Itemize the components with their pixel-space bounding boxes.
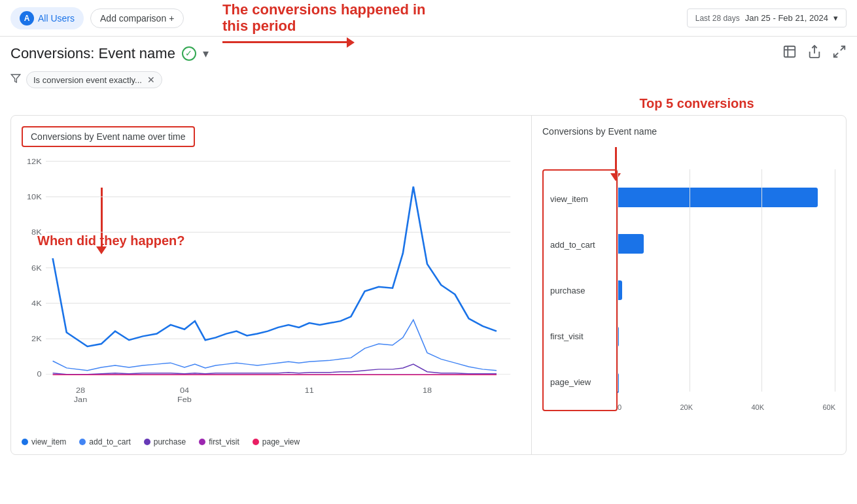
annotation-container: The conversions happened in this period [222, 1, 426, 48]
svg-text:0: 0 [37, 370, 42, 378]
legend-label-add-to-cart: add_to_cart [89, 437, 130, 446]
line-chart: 12K 10K 8K 6K 4K 2K 0 28 Jan 04 Feb 11 1… [11, 155, 531, 409]
filter-chip-text: Is conversion event exactly... [33, 75, 142, 85]
legend-dot-add-to-cart [79, 439, 86, 445]
chart-title: Conversions by Event name over time [22, 126, 195, 147]
svg-text:28: 28 [76, 386, 85, 394]
toolbar-icons [782, 44, 847, 62]
svg-text:Jan: Jan [74, 395, 88, 404]
x-axis-0: 0 [618, 403, 621, 411]
legend-item-add-to-cart: add_to_cart [79, 437, 130, 446]
chart-icon[interactable] [782, 44, 797, 62]
svg-text:2K: 2K [31, 335, 42, 343]
legend-item-purchase: purchase [144, 437, 186, 446]
legend-label-purchase: purchase [154, 437, 186, 446]
legend-label-first-visit: first_visit [209, 437, 239, 446]
bar-fill-add-to-cart [618, 234, 644, 254]
bar-row-add-to-cart [618, 228, 835, 260]
page-title-text: Conversions: Event name [10, 45, 175, 62]
legend-label-page-view: page_view [262, 437, 300, 446]
right-down-arrow-line [615, 147, 617, 173]
avatar: A [20, 11, 34, 25]
date-dropdown-icon: ▾ [833, 13, 838, 23]
date-range-button[interactable]: Last 28 days Jan 25 - Feb 21, 2024 ▾ [687, 8, 847, 27]
bar-fill-page-view [618, 373, 619, 393]
annotation-arrow [222, 37, 355, 48]
svg-marker-6 [11, 75, 20, 82]
legend-item-view-item: view_item [22, 437, 66, 446]
bar-fill-purchase [618, 280, 622, 300]
bars-area: 0 20K 40K 60K [618, 169, 835, 411]
filter-chip-close[interactable]: ✕ [147, 75, 155, 85]
legend-dot-view-item [22, 439, 28, 445]
bar-row-first-visit [618, 321, 835, 352]
filter-chip[interactable]: Is conversion event exactly... ✕ [26, 71, 162, 88]
legend-label-view-item: view_item [31, 437, 66, 446]
svg-rect-0 [784, 46, 796, 58]
bar-row-page-view [618, 367, 835, 399]
x-axis-20k: 20K [680, 403, 693, 411]
filter-icon [10, 73, 21, 86]
left-chart: Conversions by Event name over time When… [11, 116, 532, 454]
svg-text:Feb: Feb [177, 395, 192, 404]
x-axis-60k: 60K [822, 403, 835, 411]
arrow-head [347, 37, 355, 48]
page-title-row: Conversions: Event name ✓ ▾ [0, 37, 857, 67]
expand-icon[interactable] [832, 44, 847, 62]
svg-text:4K: 4K [31, 299, 42, 307]
bar-label-first-visit: first_visit [550, 331, 610, 341]
svg-text:18: 18 [423, 386, 432, 394]
arrow-line [222, 41, 347, 43]
right-chart: Conversions by Event name view_item add_… [532, 116, 846, 454]
filter-row: Is conversion event exactly... ✕ [0, 67, 857, 96]
svg-text:12K: 12K [27, 157, 42, 165]
x-axis-40k: 40K [751, 403, 764, 411]
add-icon: + [169, 13, 174, 24]
legend: view_item add_to_cart purchase first_vis… [22, 437, 300, 446]
all-users-label: All Users [38, 13, 75, 24]
add-comparison-label: Add comparison [100, 13, 166, 24]
legend-dot-purchase [144, 439, 150, 445]
svg-text:04: 04 [180, 386, 189, 394]
date-range-value: Jan 25 - Feb 21, 2024 [745, 13, 828, 23]
svg-text:6K: 6K [31, 263, 42, 272]
date-range-prefix: Last 28 days [695, 14, 740, 23]
legend-dot-first-visit [199, 439, 205, 445]
svg-text:10K: 10K [27, 192, 42, 201]
page-title: Conversions: Event name ✓ ▾ [10, 45, 209, 62]
x-axis-labels: 0 20K 40K 60K [618, 403, 835, 411]
top5-annotation: Top 5 conversions [0, 96, 857, 115]
svg-line-5 [834, 53, 838, 57]
svg-text:8K: 8K [31, 228, 42, 237]
bar-label-view-item: view_item [550, 194, 610, 204]
top5-text: Top 5 conversions [639, 96, 754, 110]
page-title-dropdown[interactable]: ▾ [203, 46, 209, 61]
main-content: Conversions by Event name over time When… [10, 115, 847, 455]
share-icon[interactable] [807, 44, 822, 62]
all-users-button[interactable]: A All Users [10, 7, 84, 29]
bar-labels: view_item add_to_cart purchase first_vis… [542, 169, 618, 411]
bar-label-purchase: purchase [550, 286, 610, 295]
legend-item-first-visit: first_visit [199, 437, 239, 446]
bar-fill-view-item [618, 188, 818, 207]
bar-fill-first-visit [618, 327, 619, 346]
verified-badge: ✓ [182, 46, 196, 61]
add-comparison-button[interactable]: Add comparison + [90, 8, 184, 28]
legend-dot-page-view [253, 439, 259, 445]
bar-label-add-to-cart: add_to_cart [550, 240, 610, 250]
svg-line-4 [841, 46, 845, 50]
bar-row-purchase [618, 275, 835, 306]
legend-item-page-view: page_view [253, 437, 300, 446]
right-chart-title: Conversions by Event name [542, 126, 835, 137]
top-bar: A All Users Add comparison + The convers… [0, 0, 857, 37]
bar-label-page-view: page_view [550, 377, 610, 387]
bar-chart: view_item add_to_cart purchase first_vis… [542, 169, 835, 411]
bar-row-view-item [618, 182, 835, 213]
annotation-text: The conversions happened in this period [222, 1, 426, 35]
svg-text:11: 11 [305, 386, 314, 394]
